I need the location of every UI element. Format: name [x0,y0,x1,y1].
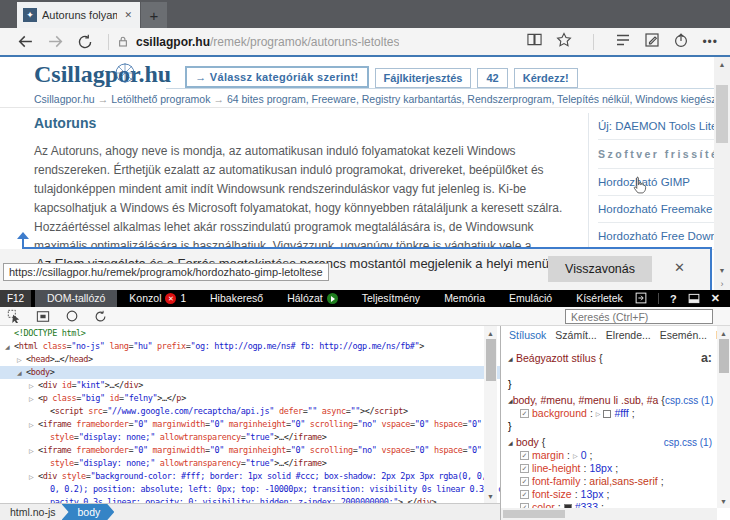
expand-icon[interactable]: ▷ [17,353,26,366]
dom-tree-line[interactable]: style="display: none;" allowtransparency… [0,457,500,470]
styles-tab-elrende[interactable]: Elrende... [606,329,658,341]
devtools-tab-dom-tall-z[interactable]: DOM-tallózó [35,290,117,307]
dom-tree-line[interactable]: 0, 0.2); position: absolute; left: 0px; … [0,483,500,496]
nav-tab-f-jlkiterjeszt-s[interactable]: Fájlkiterjesztés [375,68,472,88]
expand-icon[interactable]: ▷ [29,392,38,405]
hub-icon[interactable] [615,33,631,51]
sidebar-link-new[interactable]: Új: DAEMON Tools Lite 10.5 [598,113,714,140]
address-bar[interactable]: csillagpor.hu/remek/programok/autoruns-l… [117,35,526,49]
scrollbar-thumb[interactable] [716,85,728,143]
dom-tree-line[interactable]: ▷<p class="big" id="felny">…</p> [0,392,500,405]
breadcrumb-link[interactable]: Letölthető programok [111,93,210,105]
sidebar-link-hordozhat-freemake-video-co[interactable]: Hordozható Freemake Video Co [598,196,714,223]
devtools-tab-teljes-tm-ny[interactable]: Teljesítmény [350,290,432,307]
stylesheet-link[interactable]: csp.css (1) [665,394,717,407]
devtools-tab-konzol[interactable]: Konzol✕1 [117,290,198,307]
notification-close-icon[interactable]: ✕ [674,260,685,275]
dom-tree-line[interactable]: ▷<div id="kint">…</div> [0,379,500,392]
web-note-icon[interactable] [644,32,660,52]
styles-tab-sz-m-t[interactable]: Számít... [555,329,603,341]
select-element-icon[interactable] [7,309,21,323]
collapse-icon[interactable]: ◢ [5,340,14,353]
scrollbar-thumb[interactable] [503,510,565,518]
scroll-up-icon[interactable]: ▲ [714,57,730,71]
dom-tree-line[interactable]: ▷<iframe frameborder="0" marginwidth="0"… [0,418,500,431]
new-tab-button[interactable]: + [141,2,167,28]
breadcrumb-link[interactable]: 64 bites program, Freeware, Registry kar… [227,93,724,105]
help-icon[interactable]: ? [670,293,677,305]
nav-tab-v-lassz-kateg-ri-k-szerint[interactable]: → Válassz kategóriák szerint! [185,66,368,88]
site-logo[interactable]: Csillagpor.hu [34,60,171,88]
style-rule-selector[interactable]: ◢body, #menu, #menu li .sub, #a{csp.css … [508,394,717,407]
expand-icon[interactable]: ▷ [596,407,601,420]
devtools-tab-h-l-zat[interactable]: Hálózat [275,290,350,307]
dom-tree-line[interactable]: ▷<head>…</head> [0,353,500,366]
styles-scrollbar[interactable]: ▲ ▼ [717,326,730,508]
scrollbar-thumb[interactable] [486,339,496,381]
favorites-star-icon[interactable] [556,32,572,52]
scroll-right-icon[interactable]: › [714,277,730,290]
expand-icon[interactable]: ▷ [29,444,38,457]
expand-icon[interactable]: ▷ [29,418,38,431]
expand-icon[interactable]: ▷ [29,379,38,392]
styles-tab-st-lusok[interactable]: Stílusok [509,329,553,341]
collapse-icon[interactable]: ◢ [508,436,516,449]
forward-icon[interactable] [40,33,70,50]
back-icon[interactable] [10,33,40,50]
share-icon[interactable] [673,32,689,52]
dom-tree-scrollbar[interactable]: ▲ ▼ [484,326,497,503]
breadcrumb-link[interactable]: Csillagpor.hu [34,93,95,105]
dom-tree-line[interactable]: ▷<div style="background-color: #fff; bor… [0,470,500,483]
property-checkbox[interactable]: ✓ [520,477,529,486]
sidebar-link-hordozhat-gimp[interactable]: Hordozható GIMP [598,169,714,196]
collapse-icon[interactable]: ◢ [508,352,516,365]
scroll-up-icon[interactable]: ▲ [484,326,497,340]
dom-crumb-body[interactable]: body [62,504,115,520]
more-actions-icon[interactable]: ••• [702,35,718,49]
styles-tab-esem-n[interactable]: Esemén... [660,329,714,341]
browser-tab[interactable]: ✦ Autoruns folyamat keze ✕ [17,2,140,28]
style-rule-selector[interactable]: ◢Beágyazott stílus{a: [508,352,717,365]
property-checkbox[interactable]: ✓ [520,464,529,473]
property-checkbox[interactable]: ✓ [520,451,529,460]
scroll-down-icon[interactable]: ▼ [484,489,497,503]
refresh-icon[interactable] [70,34,100,50]
reading-view-icon[interactable] [526,32,543,51]
styles-horizontal-scrollbar[interactable] [501,508,717,520]
dom-tree-line[interactable]: ◢<body> [0,366,500,379]
dom-crumb-html-no-js[interactable]: html.no-js [0,504,66,520]
scroll-up-icon[interactable]: ▲ [717,326,730,340]
dom-tree-line[interactable]: <script src="//www.google.com/recaptcha/… [0,405,500,418]
dock-icon[interactable] [688,290,700,308]
close-devtools-icon[interactable]: ✕ [711,292,720,305]
element-highlight-icon[interactable] [36,310,50,323]
devtools-tab-hibakeres[interactable]: Hibakereső [198,290,275,307]
undock-icon[interactable] [635,290,647,308]
nav-tab-k-rdezz[interactable]: Kérdezz! [514,68,578,88]
devtools-tab-mem-ria[interactable]: Memória [432,290,497,307]
tab-close-icon[interactable]: ✕ [122,8,134,22]
style-rule-selector[interactable]: ◢body{csp.css (1) [508,436,717,449]
dom-tree-line[interactable]: pacity 0.3s linear; opacity: 0; visibili… [0,496,500,503]
scroll-down-icon[interactable]: ▼ [714,263,730,277]
property-checkbox[interactable]: ✓ [520,490,529,499]
dom-tree-line[interactable]: <!DOCTYPE html> [0,327,500,340]
page-scrollbar[interactable]: ▲ ▼ › [714,57,730,290]
devtools-search-input[interactable] [565,309,713,324]
devtools-tab-k-s-rletek[interactable]: Kísérletek [564,290,635,307]
devtools-tab-emul-ci[interactable]: Emuláció [497,290,564,307]
expand-icon[interactable]: ▷ [29,470,38,483]
circle-icon[interactable] [65,309,79,323]
undo-button[interactable]: Visszavonás [548,256,652,282]
dom-tree-line[interactable]: ◢<html class="no-js" lang="hu" prefix="o… [0,340,500,353]
sidebar-link-hordozhat-free-download-mar[interactable]: Hordozható Free Download Mar [598,223,714,250]
pseudo-state-button[interactable]: a: [701,352,717,365]
nav-tab-42[interactable]: 42 [477,68,507,88]
stylesheet-link[interactable]: csp.css (1) [664,436,717,449]
scroll-down-icon[interactable]: ▼ [717,494,730,508]
refresh-dom-icon[interactable] [94,310,107,323]
dom-tree-line[interactable]: ▷<iframe frameborder="0" marginwidth="0"… [0,444,500,457]
property-checkbox[interactable]: ✓ [520,409,529,418]
collapse-icon[interactable]: ◢ [17,366,26,379]
expand-icon[interactable]: ▷ [573,449,578,462]
